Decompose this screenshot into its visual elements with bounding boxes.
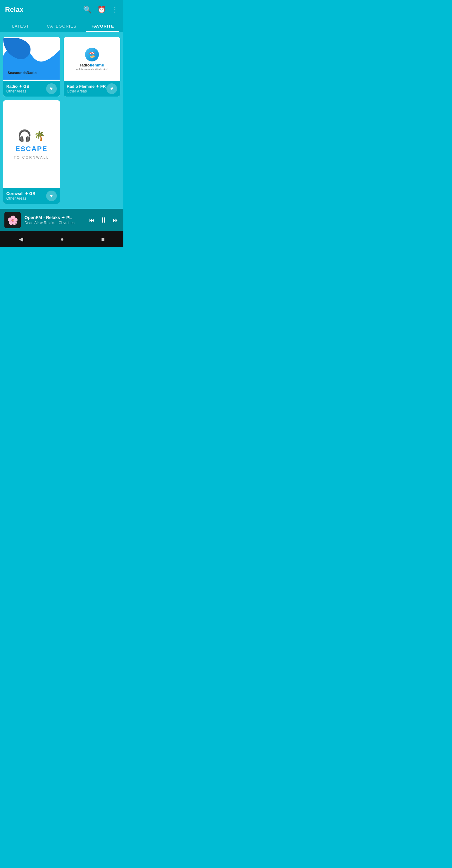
station-name-seasounds: Radio ✦ GB — [6, 84, 29, 89]
player-info: OpenFM - Relaks ✦ PL Dead Air w Relaks -… — [25, 215, 85, 225]
more-icon[interactable]: ⋮ — [111, 6, 118, 14]
system-nav: ◀ ● ■ — [0, 231, 123, 247]
favorite-btn-escape[interactable]: ♥ — [46, 191, 57, 201]
escape-brand: ESCAPE — [16, 145, 48, 153]
player-avatar-icon: 🌸 — [7, 215, 18, 225]
top-bar: Relax 🔍 ⏰ ⋮ — [0, 0, 123, 20]
radio-card-escape[interactable]: 🎧 🌴 ESCAPE TO CORNWALL Cornwall ✦ GB Oth… — [3, 100, 60, 204]
tab-latest[interactable]: LATEST — [0, 20, 41, 32]
station-category-seasounds: Other Areas — [6, 89, 29, 93]
player-controls: ⏮ ⏸ ⏭ — [89, 216, 119, 224]
tab-categories[interactable]: CATEGORIES — [41, 20, 82, 32]
card-info-seasounds: Radio ✦ GB Other Areas ♥ — [3, 81, 60, 97]
content-grid: SeasoundsRadio Radio ✦ GB Other Areas ♥ … — [0, 32, 123, 209]
tabs: LATEST CATEGORIES FAVORITE — [0, 20, 123, 32]
radioflemme-brand: radioflemme — [76, 63, 108, 67]
top-bar-icons: 🔍 ⏰ ⋮ — [83, 6, 118, 14]
card-info-escape: Cornwall ✦ GB Other Areas ♥ — [3, 188, 60, 204]
pause-button[interactable]: ⏸ — [100, 216, 108, 224]
card-image-escape: 🎧 🌴 ESCAPE TO CORNWALL — [3, 100, 60, 188]
heart-icon-escape: ♥ — [50, 193, 53, 199]
player-track: Dead Air w Relaks - Chvrches — [25, 221, 85, 225]
svg-text:SeasoundsRadio: SeasoundsRadio — [7, 71, 36, 74]
favorite-btn-seasounds[interactable]: ♥ — [46, 83, 57, 94]
card-image-radioflemme: 🏖️ radioflemme ne faites rien mais faite… — [64, 37, 120, 81]
favorite-btn-radioflemme[interactable]: ♥ — [106, 83, 117, 94]
card-info-radioflemme: Radio Flemme ✦ FR Other Areas ♥ — [64, 81, 120, 97]
radioflemme-logo-circle: 🏖️ — [85, 48, 99, 61]
radio-card-radioflemme[interactable]: 🏖️ radioflemme ne faites rien mais faite… — [64, 37, 120, 97]
station-category-radioflemme: Other Areas — [67, 89, 106, 93]
nav-home-button[interactable]: ● — [61, 236, 64, 243]
rewind-button[interactable]: ⏮ — [89, 217, 95, 224]
radio-card-seasounds[interactable]: SeasoundsRadio Radio ✦ GB Other Areas ♥ — [3, 37, 60, 97]
station-name-radioflemme: Radio Flemme ✦ FR — [67, 84, 106, 89]
forward-button[interactable]: ⏭ — [113, 217, 119, 224]
app-title: Relax — [5, 6, 83, 14]
nav-back-button[interactable]: ◀ — [19, 236, 23, 243]
card-image-seasounds: SeasoundsRadio — [3, 37, 60, 81]
heart-icon-radioflemme: ♥ — [110, 86, 113, 92]
station-category-escape: Other Areas — [6, 196, 35, 200]
nav-recent-button[interactable]: ■ — [102, 236, 105, 243]
heart-icon-seasounds: ♥ — [50, 86, 53, 92]
player-station: OpenFM - Relaks ✦ PL — [25, 215, 85, 220]
search-icon[interactable]: 🔍 — [83, 6, 92, 14]
station-name-escape: Cornwall ✦ GB — [6, 191, 35, 196]
player-bar: 🌸 OpenFM - Relaks ✦ PL Dead Air w Relaks… — [0, 209, 123, 231]
player-avatar: 🌸 — [4, 212, 21, 228]
tab-favorite[interactable]: FAVORITE — [82, 20, 123, 32]
alarm-icon[interactable]: ⏰ — [97, 6, 106, 14]
